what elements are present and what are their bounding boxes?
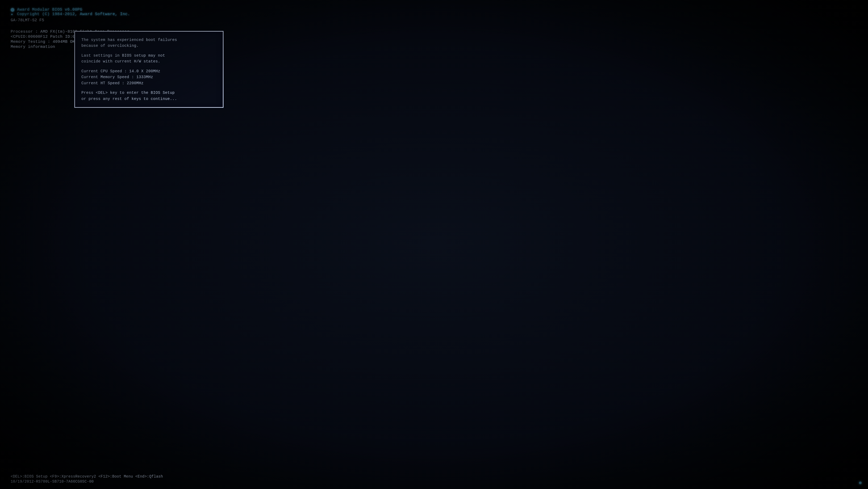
overclocking-warning: The system has experienced boot failures… — [82, 37, 216, 49]
key-prompt: Press <DEL> key to enter the BIOS Setup … — [82, 90, 216, 102]
bios-settings-warning: Last settings in BIOS setup may not coin… — [82, 53, 216, 65]
bios-date-code: 10/19/2012-RS780L-SB710-7A66CG0SC-00 — [11, 480, 857, 484]
logo-bird-icon: ★ — [11, 12, 14, 17]
status-indicator — [859, 482, 862, 484]
logo-circle — [11, 8, 14, 12]
bios-version-line: Award Modular BIOS v6.00PG — [17, 7, 130, 12]
award-logo: ★ — [11, 8, 14, 17]
board-model: GA-78LMT-S2 F5 — [11, 18, 857, 23]
copyright-line: Copyright (C) 1984-2012, Award Software,… — [17, 12, 130, 17]
header-text: Award Modular BIOS v6.00PG Copyright (C)… — [17, 7, 130, 17]
key-shortcuts: <DEL>:BIOS Setup <F9>:XpressRecovery2 <F… — [11, 475, 857, 479]
bios-header: ★ Award Modular BIOS v6.00PG Copyright (… — [11, 7, 857, 17]
main-content: Processor : AMD FX(tm)-8100 Eight-Core P… — [11, 26, 857, 472]
boot-failure-dialog: The system has experienced boot failures… — [74, 31, 223, 108]
current-speeds: Current CPU Speed : 14.0 X 200MHz Curren… — [82, 68, 216, 86]
bios-screen: ★ Award Modular BIOS v6.00PG Copyright (… — [0, 0, 868, 489]
dialog-content: The system has experienced boot failures… — [82, 37, 216, 102]
bottom-bar: <DEL>:BIOS Setup <F9>:XpressRecovery2 <F… — [11, 472, 857, 484]
